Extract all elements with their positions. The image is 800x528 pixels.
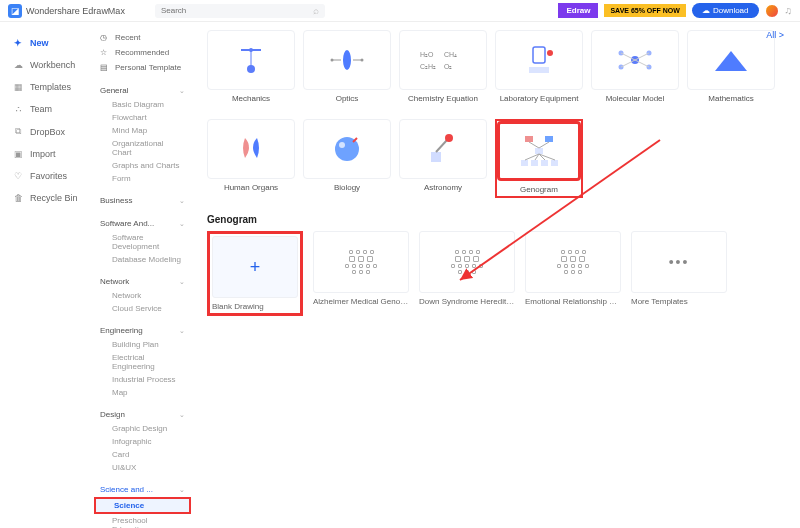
template-label: Alzheimer Medical Genogram <box>313 297 409 306</box>
subcategory-software-development[interactable]: Software Development <box>94 231 191 253</box>
subcategory-map[interactable]: Map <box>94 386 191 399</box>
download-button[interactable]: ☁Download <box>692 3 759 18</box>
top-bar: ◪ Wondershare EdrawMax ⌕ Edraw SAVE 65% … <box>0 0 800 22</box>
nav-label: Workbench <box>30 60 75 70</box>
app-title: Wondershare EdrawMax <box>26 6 125 16</box>
svg-text:CH₄: CH₄ <box>444 51 457 58</box>
search-input[interactable] <box>161 6 319 15</box>
sidebar-top-recent[interactable]: ◷Recent <box>94 30 191 45</box>
subcategory-basic-diagram[interactable]: Basic Diagram <box>94 98 191 111</box>
template-more-templates[interactable]: •••More Templates <box>631 231 727 316</box>
subcategory-flowchart[interactable]: Flowchart <box>94 111 191 124</box>
subcategory-form[interactable]: Form <box>94 172 191 185</box>
nav-item-dropbox[interactable]: ⧉DropBox <box>6 122 84 141</box>
nav-item-favorites[interactable]: ♡Favorites <box>6 167 84 185</box>
subcategory-graphs-and-charts[interactable]: Graphs and Charts <box>94 159 191 172</box>
card-thumbnail <box>399 119 487 179</box>
download-icon: ☁ <box>702 6 710 15</box>
template-label: Down Syndrome Hereditary Genogram <box>419 297 515 306</box>
card-label: Genogram <box>497 185 581 194</box>
nav-label: New <box>30 38 49 48</box>
subcategory-infographic[interactable]: Infographic <box>94 435 191 448</box>
science-card-chemistry-equation[interactable]: H₂OCH₄C₂H₂O₂Chemistry Equation <box>399 30 487 103</box>
template-down-syndrome-hereditary-genogram[interactable]: Down Syndrome Hereditary Genogram <box>419 231 515 316</box>
card-thumbnail <box>303 30 391 90</box>
category-general[interactable]: General⌄ <box>94 83 191 98</box>
subcategory-graphic-design[interactable]: Graphic Design <box>94 422 191 435</box>
template-thumbnail <box>525 231 621 293</box>
layout: ✦New☁Workbench▦Templates⛬Team⧉DropBox▣Im… <box>0 22 800 528</box>
main-content: All > MechanicsOpticsH₂OCH₄C₂H₂O₂Chemist… <box>195 22 800 528</box>
template-emotional-relationship-genogram[interactable]: Emotional Relationship Genogram <box>525 231 621 316</box>
sidebar-top-recommended[interactable]: ☆Recommended <box>94 45 191 60</box>
svg-rect-36 <box>551 160 558 166</box>
svg-rect-14 <box>529 67 549 73</box>
subcategory-card[interactable]: Card <box>94 448 191 461</box>
category-engineering[interactable]: Engineering⌄ <box>94 323 191 338</box>
science-card-genogram[interactable]: Genogram <box>495 119 583 198</box>
science-card-laboratory-equipment[interactable]: Laboratory Equipment <box>495 30 583 103</box>
nav-item-import[interactable]: ▣Import <box>6 145 84 163</box>
science-card-biology[interactable]: Biology <box>303 119 391 198</box>
template-alzheimer-medical-genogram[interactable]: Alzheimer Medical Genogram <box>313 231 409 316</box>
bell-icon[interactable]: ♫ <box>785 5 793 16</box>
avatar[interactable] <box>765 4 779 18</box>
chevron-down-icon: ⌄ <box>179 278 185 286</box>
card-label: Optics <box>303 94 391 103</box>
card-thumbnail <box>591 30 679 90</box>
card-label: Chemistry Equation <box>399 94 487 103</box>
category-business[interactable]: Business⌄ <box>94 193 191 208</box>
subcategory-database-modeling[interactable]: Database Modeling <box>94 253 191 266</box>
subcategory-electrical-engineering[interactable]: Electrical Engineering <box>94 351 191 373</box>
subcategory-mind-map[interactable]: Mind Map <box>94 124 191 137</box>
science-card-astronomy[interactable]: Astronomy <box>399 119 487 198</box>
template-blank-drawing[interactable]: +Blank Drawing <box>207 231 303 316</box>
nav-item-new[interactable]: ✦New <box>6 34 84 52</box>
card-label: Biology <box>303 183 391 192</box>
chevron-down-icon: ⌄ <box>179 486 185 494</box>
nav-item-workbench[interactable]: ☁Workbench <box>6 56 84 74</box>
nav-rail: ✦New☁Workbench▦Templates⛬Team⧉DropBox▣Im… <box>0 22 90 528</box>
category-software-and-[interactable]: Software And...⌄ <box>94 216 191 231</box>
science-card-mechanics[interactable]: Mechanics <box>207 30 295 103</box>
science-card-mathematics[interactable]: Mathematics <box>687 30 775 103</box>
svg-point-7 <box>331 59 334 62</box>
category-design[interactable]: Design⌄ <box>94 407 191 422</box>
subcategory-building-plan[interactable]: Building Plan <box>94 338 191 351</box>
template-label: Blank Drawing <box>212 302 298 311</box>
search-icon[interactable]: ⌕ <box>313 5 319 16</box>
subcategory-science[interactable]: Science <box>94 497 191 514</box>
subcategory-cloud-service[interactable]: Cloud Service <box>94 302 191 315</box>
nav-item-templates[interactable]: ▦Templates <box>6 78 84 96</box>
nav-item-recycle-bin[interactable]: 🗑Recycle Bin <box>6 189 84 207</box>
svg-line-22 <box>635 53 649 60</box>
subcategory-industrial-process[interactable]: Industrial Process <box>94 373 191 386</box>
subcategory-preschool-education[interactable]: Preschool Education <box>94 514 191 528</box>
edraw-promo-button[interactable]: Edraw <box>558 3 598 18</box>
category-network[interactable]: Network⌄ <box>94 274 191 289</box>
science-card-molecular-model[interactable]: Molecular Model <box>591 30 679 103</box>
svg-text:H₂O: H₂O <box>420 51 434 58</box>
subcategory-ui-ux[interactable]: UI&UX <box>94 461 191 474</box>
card-label: Mechanics <box>207 94 295 103</box>
template-thumbnail: + <box>212 236 298 298</box>
all-link[interactable]: All > <box>766 30 784 40</box>
card-thumbnail <box>207 30 295 90</box>
nav-icon: ✦ <box>12 38 24 48</box>
subcategory-organizational-chart[interactable]: Organizational Chart <box>94 137 191 159</box>
template-thumbnail <box>419 231 515 293</box>
science-card-human-organs[interactable]: Human Organs <box>207 119 295 198</box>
template-thumbnail: ••• <box>631 231 727 293</box>
svg-line-24 <box>635 60 649 67</box>
nav-item-team[interactable]: ⛬Team <box>6 100 84 118</box>
svg-line-21 <box>621 53 635 60</box>
save-off-button[interactable]: SAVE 65% OFF NOW <box>604 4 686 17</box>
svg-text:C₂H₂: C₂H₂ <box>420 63 436 70</box>
search-bar[interactable]: ⌕ <box>155 4 325 18</box>
subcategory-network[interactable]: Network <box>94 289 191 302</box>
science-card-optics[interactable]: Optics <box>303 30 391 103</box>
category-science-and-[interactable]: Science and ...⌄ <box>94 482 191 497</box>
card-thumbnail <box>303 119 391 179</box>
nav-label: DropBox <box>30 127 65 137</box>
sidebar-top-personal-template[interactable]: ▤Personal Template <box>94 60 191 75</box>
